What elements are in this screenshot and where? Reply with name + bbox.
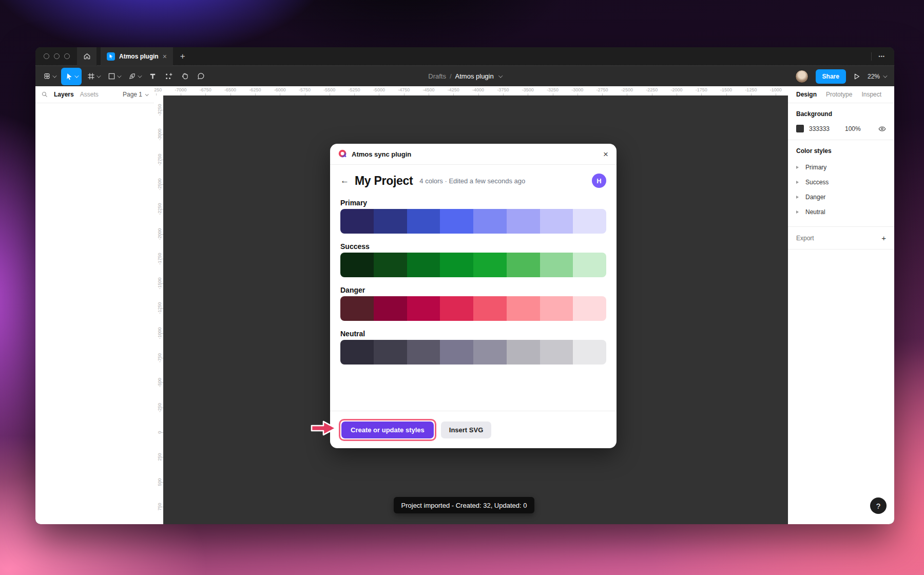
insert-svg-button[interactable]: Insert SVG xyxy=(441,421,491,438)
home-button[interactable] xyxy=(77,47,97,66)
ruler-tick xyxy=(602,93,603,95)
user-avatar[interactable] xyxy=(795,70,808,83)
tab-close-icon[interactable]: × xyxy=(163,53,167,60)
share-button[interactable]: Share xyxy=(816,69,846,84)
rectangle-icon xyxy=(108,72,116,80)
breadcrumb-current-file[interactable]: Atmos plugin xyxy=(455,72,494,80)
ruler-tick xyxy=(404,93,405,95)
present-play-icon[interactable] xyxy=(853,73,860,80)
text-tool-button[interactable] xyxy=(146,68,159,85)
help-button[interactable]: ? xyxy=(870,497,887,514)
palette-swatch xyxy=(407,253,440,277)
traffic-light-zoom[interactable] xyxy=(64,53,70,59)
eye-icon[interactable] xyxy=(878,126,886,132)
close-icon[interactable]: × xyxy=(603,150,608,159)
traffic-light-close[interactable] xyxy=(44,53,49,59)
chevron-down-icon xyxy=(74,73,79,78)
background-opacity-value[interactable]: 100% xyxy=(845,125,878,132)
ruler-label: -1250 xyxy=(745,87,757,92)
caret-right-icon[interactable] xyxy=(796,196,799,199)
ruler-label: -3750 xyxy=(497,87,509,92)
properties-panel: Design Prototype Inspect Background 3333… xyxy=(788,86,894,524)
caret-right-icon[interactable] xyxy=(796,210,799,214)
ruler-tick xyxy=(161,308,163,309)
ruler-tick xyxy=(726,93,727,95)
ruler-tick xyxy=(161,110,163,110)
tab-bar: Atmos plugin × + ••• xyxy=(35,47,894,66)
palette-swatch xyxy=(374,209,407,234)
ruler-tick xyxy=(161,408,163,408)
ruler-label: -2750 xyxy=(596,87,608,92)
background-hex-value[interactable]: 333333 xyxy=(809,125,839,132)
background-section: Background 333333 100% xyxy=(788,103,894,140)
chevron-down-icon xyxy=(117,73,121,78)
move-tool-button[interactable] xyxy=(61,68,82,85)
new-tab-button[interactable]: + xyxy=(180,51,185,62)
tab-design[interactable]: Design xyxy=(796,91,817,98)
search-icon[interactable] xyxy=(42,91,48,98)
palette-swatch xyxy=(407,340,440,365)
add-export-button[interactable]: + xyxy=(881,234,886,242)
zoom-level-control[interactable]: 22% xyxy=(868,73,886,80)
chevron-down-icon[interactable] xyxy=(498,73,503,78)
ruler-label: -6000 xyxy=(274,87,286,92)
color-style-item-danger[interactable]: Danger xyxy=(796,189,886,204)
tabbar-divider xyxy=(871,52,872,61)
palette-swatch xyxy=(374,296,407,321)
ruler-tick xyxy=(305,93,305,95)
page-selector-label: Page 1 xyxy=(123,91,142,98)
ruler-tick xyxy=(161,382,163,383)
traffic-light-minimize[interactable] xyxy=(54,53,60,59)
caret-right-icon[interactable] xyxy=(796,166,799,169)
palette-swatch xyxy=(407,296,440,321)
ruler-label: -5750 xyxy=(299,87,311,92)
ruler-label: -6750 xyxy=(200,87,211,92)
back-arrow-icon[interactable]: ← xyxy=(340,176,349,186)
palette-group-success: Success xyxy=(340,242,606,277)
ruler-tick xyxy=(627,93,627,95)
tab-atmos-plugin[interactable]: Atmos plugin × xyxy=(101,47,173,66)
color-style-item-neutral[interactable]: Neutral xyxy=(796,204,886,219)
ruler-label: -5250 xyxy=(349,87,360,92)
palette-swatch xyxy=(473,296,507,321)
comment-tool-button[interactable] xyxy=(195,68,207,85)
annotation-arrow-icon xyxy=(310,419,338,437)
breadcrumb-drafts[interactable]: Drafts xyxy=(428,72,446,80)
resources-tool-button[interactable] xyxy=(162,68,176,85)
palette-swatch xyxy=(507,296,540,321)
tab-layers[interactable]: Layers xyxy=(54,91,74,98)
create-or-update-styles-button[interactable]: Create or update styles xyxy=(341,421,434,438)
shape-tool-button[interactable] xyxy=(105,68,123,85)
hand-tool-button[interactable] xyxy=(179,68,191,85)
annotation-highlight-ring: Create or update styles xyxy=(339,419,436,441)
palette-swatch xyxy=(573,296,606,321)
chevron-down-icon xyxy=(883,73,887,78)
ruler-tick xyxy=(161,507,163,507)
pen-tool-button[interactable] xyxy=(126,68,143,85)
palette-label: Neutral xyxy=(340,330,606,338)
color-style-item-primary[interactable]: Primary xyxy=(796,160,886,175)
tab-assets[interactable]: Assets xyxy=(80,91,99,98)
background-color-swatch[interactable] xyxy=(796,125,804,132)
palette-swatch xyxy=(473,253,507,277)
palette-swatch-row xyxy=(340,296,606,321)
ruler-tick xyxy=(161,209,163,209)
caret-right-icon[interactable] xyxy=(796,181,799,184)
palette-swatch xyxy=(340,253,374,277)
tab-inspect[interactable]: Inspect xyxy=(861,91,881,98)
ruler-label: -4250 xyxy=(448,87,459,92)
palette-group-primary: Primary xyxy=(340,199,606,234)
page-selector[interactable]: Page 1 xyxy=(123,91,148,98)
palette-swatch xyxy=(573,253,606,277)
window-controls xyxy=(35,53,77,59)
frame-tool-button[interactable] xyxy=(85,68,102,85)
overflow-menu-button[interactable]: ••• xyxy=(879,54,885,59)
owner-avatar[interactable]: H xyxy=(592,174,606,188)
export-label[interactable]: Export xyxy=(796,235,814,242)
resources-icon xyxy=(165,72,173,81)
main-menu-button[interactable] xyxy=(41,68,58,85)
tab-prototype[interactable]: Prototype xyxy=(826,91,852,98)
color-style-item-success[interactable]: Success xyxy=(796,175,886,189)
hand-icon xyxy=(181,72,189,80)
ruler-label: -4750 xyxy=(398,87,410,92)
